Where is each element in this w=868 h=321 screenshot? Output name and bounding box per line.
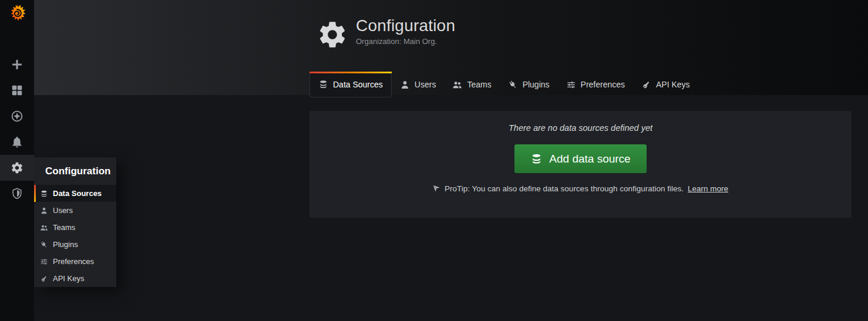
users-icon — [452, 80, 462, 90]
flyout-item-label: Preferences — [53, 257, 94, 266]
sliders-icon — [566, 80, 576, 90]
tab-label: Teams — [467, 80, 491, 89]
sidebar-item-explore[interactable] — [0, 103, 34, 129]
tab-preferences[interactable]: Preferences — [558, 72, 633, 97]
flyout-item-teams[interactable]: Teams — [34, 219, 116, 236]
flyout-item-label: Teams — [53, 223, 75, 232]
plug-icon — [40, 241, 48, 249]
sidebar-item-configuration[interactable] — [0, 155, 34, 181]
tab-data-sources[interactable]: Data Sources — [309, 72, 392, 97]
flyout-item-data-sources[interactable]: Data Sources — [34, 185, 116, 202]
flyout-title[interactable]: Configuration — [34, 157, 116, 185]
page-title: Configuration — [356, 16, 455, 36]
tab-label: Data Sources — [333, 80, 383, 89]
database-icon — [318, 79, 328, 89]
page-subtitle: Organization: Main Org. — [356, 37, 455, 46]
configuration-flyout-menu: Configuration Data Sources Users Teams P… — [34, 157, 116, 287]
plug-icon — [508, 80, 518, 90]
grafana-logo-icon[interactable] — [0, 0, 34, 26]
tab-label: Preferences — [581, 80, 625, 89]
flyout-item-users[interactable]: Users — [34, 202, 116, 219]
gear-icon — [317, 19, 348, 50]
flyout-item-plugins[interactable]: Plugins — [34, 236, 116, 253]
key-icon — [40, 275, 48, 283]
tab-bar: Data Sources Users Teams Plugins Prefere… — [309, 72, 698, 97]
page-header-band: Configuration Organization: Main Org. Da… — [34, 0, 868, 95]
tab-label: Users — [415, 80, 436, 89]
database-icon — [530, 153, 543, 165]
learn-more-link[interactable]: Learn more — [688, 184, 728, 193]
tab-label: API Keys — [656, 80, 690, 89]
sidebar — [0, 0, 34, 321]
flyout-item-label: API Keys — [53, 274, 84, 283]
protip-text: ProTip: You can also define data sources… — [445, 184, 684, 193]
sidebar-item-dashboards[interactable] — [0, 77, 34, 103]
bell-icon — [11, 136, 23, 148]
sidebar-item-alerting[interactable] — [0, 129, 34, 155]
user-icon — [400, 80, 410, 90]
flyout-item-label: Users — [53, 206, 73, 215]
tab-plugins[interactable]: Plugins — [500, 72, 558, 97]
plus-icon — [11, 58, 23, 71]
key-icon — [641, 80, 651, 90]
protip-row: ProTip: You can also define data sources… — [309, 184, 852, 193]
flyout-item-label: Data Sources — [53, 189, 102, 198]
dashboards-grid-icon — [11, 84, 23, 97]
gear-icon — [11, 161, 23, 174]
tab-api-keys[interactable]: API Keys — [633, 72, 698, 97]
sliders-icon — [40, 258, 48, 266]
add-data-source-button[interactable]: Add data source — [514, 144, 646, 173]
rocket-icon — [433, 185, 440, 192]
compass-icon — [11, 110, 23, 123]
database-icon — [40, 190, 48, 198]
flyout-item-label: Plugins — [53, 240, 78, 249]
user-icon — [40, 207, 48, 215]
shield-icon — [11, 187, 23, 200]
tab-teams[interactable]: Teams — [444, 72, 499, 97]
sidebar-item-server-admin[interactable] — [0, 181, 34, 207]
users-icon — [40, 224, 48, 232]
sidebar-item-create[interactable] — [0, 52, 34, 77]
data-sources-panel: There are no data sources defined yet Ad… — [309, 111, 852, 218]
flyout-item-preferences[interactable]: Preferences — [34, 253, 116, 270]
flyout-item-api-keys[interactable]: API Keys — [34, 270, 116, 287]
tab-label: Plugins — [523, 80, 550, 89]
tab-users[interactable]: Users — [392, 72, 445, 97]
add-data-source-button-label: Add data source — [549, 153, 630, 165]
empty-state-message: There are no data sources defined yet — [309, 111, 852, 133]
page-header: Configuration Organization: Main Org. — [317, 16, 455, 50]
